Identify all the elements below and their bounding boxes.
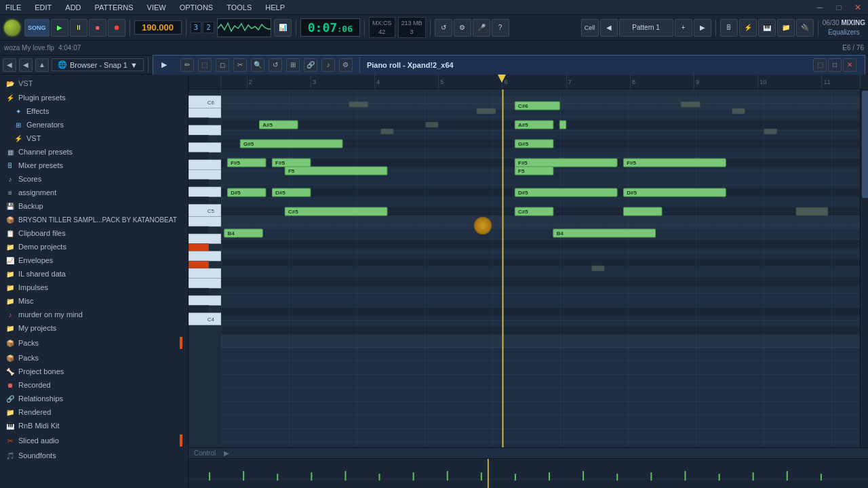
browser-btn[interactable]: 📁 <box>777 19 795 37</box>
spectrum-icon[interactable]: 📊 <box>274 19 292 37</box>
sidebar-item-mixer-presets[interactable]: 🎚 Mixer presets <box>0 159 188 172</box>
pause-btn[interactable]: ⏸ <box>70 19 87 37</box>
sidebar-item-backup[interactable]: 💾 Backup <box>0 199 188 213</box>
secondary-toolbar: ◀ ◀ ▲ 🌐 Browser - Snap 1 ▼ ▶ ✏ ⬚ ◻ ✂ 🔍 ↺… <box>0 56 868 75</box>
sidebar-item-vst[interactable]: ⚡ VST <box>0 131 188 145</box>
svg-rect-21 <box>189 261 209 268</box>
svg-rect-13 <box>189 197 209 204</box>
backup-icon: 💾 <box>5 201 15 211</box>
svg-rect-86 <box>349 102 368 107</box>
vertical-scrollbar[interactable] <box>860 89 868 447</box>
sidebar-item-clipboard[interactable]: 📋 Clipboard files <box>0 226 188 240</box>
menu-tools[interactable]: TOOLS <box>224 3 254 12</box>
menu-options[interactable]: OPTIONS <box>177 3 216 12</box>
sidebar-item-misc[interactable]: 📁 Misc <box>0 294 188 308</box>
pr-detach-btn[interactable]: ⬚ <box>813 58 827 72</box>
pattern-next-btn[interactable]: ▶ <box>694 19 711 37</box>
pr-zoom-btn[interactable]: 🔍 <box>251 58 264 72</box>
menu-patterns[interactable]: PATTERNS <box>92 3 136 12</box>
tempo-display[interactable]: 190.000 <box>134 20 182 35</box>
sidebar-item-recorded[interactable]: ⏺ Recorded <box>0 378 188 392</box>
timeline-ruler[interactable]: 2 3 4 5 6 7 8 9 10 11 <box>221 75 860 89</box>
pr-slice-btn[interactable]: ✂ <box>233 58 247 72</box>
close-btn[interactable]: ✕ <box>850 0 865 15</box>
mixer-btn[interactable]: 🎚 <box>720 19 738 37</box>
sidebar-item-il[interactable]: 📁 IL shared data <box>0 267 188 281</box>
menu-add[interactable]: ADD <box>62 3 83 12</box>
pr-erase-btn[interactable]: ◻ <box>216 58 229 72</box>
svg-rect-27 <box>189 313 221 325</box>
mic-btn[interactable]: 🎤 <box>473 19 490 37</box>
svg-rect-60 <box>285 207 387 216</box>
pr-undo-btn[interactable]: ↺ <box>269 58 282 72</box>
pattern-label[interactable]: Pattern 1 <box>619 19 673 37</box>
control-expand-btn[interactable]: ▶ <box>224 449 229 457</box>
timeline[interactable]: 2 3 4 5 6 7 8 9 10 11 <box>189 75 868 89</box>
sidebar-item-projectbones[interactable]: 🦴 Project bones <box>0 365 188 378</box>
misc-icon: 📁 <box>5 296 15 306</box>
sidebar-item-effects[interactable]: ✦ Effects <box>0 104 188 118</box>
pr-marker[interactable]: ▶ <box>161 60 167 69</box>
cell-mode-btn[interactable]: Cell <box>581 19 599 37</box>
pr-draw-btn[interactable]: ✏ <box>180 58 194 72</box>
help-btn[interactable]: ? <box>492 19 509 37</box>
control-panel: Control ▶ <box>189 447 868 488</box>
plugin-btn[interactable]: 🔌 <box>796 19 814 37</box>
sidebar-item-packs2[interactable]: 📦 Packs <box>0 351 188 365</box>
sidebar-item-bryson[interactable]: 📦 BRYSON TILLER SAMPL...PACK BY KATANOBE… <box>0 213 188 226</box>
sidebar-item-channel-presets[interactable]: ▦ Channel presets <box>0 145 188 159</box>
beat-counter1: 3 <box>191 22 202 33</box>
sidebar-item-rendered[interactable]: 📁 Rendered <box>0 405 188 419</box>
maximize-btn[interactable]: □ <box>831 0 846 15</box>
sidebar-item-packs1[interactable]: 📦 Packs <box>0 335 188 351</box>
channel-btn[interactable]: ⚡ <box>739 19 757 37</box>
pattern-add-btn[interactable]: + <box>675 19 692 37</box>
sidebar-item-demo[interactable]: 📁 Demo projects <box>0 240 188 253</box>
impulses-icon: 📁 <box>5 283 15 292</box>
sidebar-item-scores[interactable]: ♪ Scores <box>0 172 188 186</box>
menu-view[interactable]: VIEW <box>144 3 169 12</box>
sidebar-item-rnb[interactable]: 🎹 RnB Midi Kit <box>0 419 188 432</box>
minimize-btn[interactable]: ─ <box>812 0 827 15</box>
svg-text:D#5: D#5 <box>275 190 285 196</box>
pr-select-btn[interactable]: ⬚ <box>198 58 212 72</box>
sidebar-item-generators[interactable]: ⊞ Generators <box>0 118 188 131</box>
sidebar-item-sliced[interactable]: ✂ Sliced audio <box>0 432 188 449</box>
pattern-prev-btn[interactable]: ◀ <box>600 19 618 37</box>
sidebar-item-myprojects[interactable]: 📁 My projects <box>0 321 188 335</box>
browser-forward-btn[interactable]: ◀ <box>19 58 33 72</box>
sidebar-plugin-presets[interactable]: ⚡ Plugin presets <box>0 91 188 104</box>
stop-btn[interactable]: ■ <box>89 19 106 37</box>
browser-up-btn[interactable]: ▲ <box>35 58 49 72</box>
piano-btn[interactable]: 🎹 <box>758 19 776 37</box>
soundfonts-icon: 🎵 <box>5 451 15 460</box>
pr-settings-btn[interactable]: ⚙ <box>339 58 353 72</box>
sidebar-item-envelopes[interactable]: 📈 Envelopes <box>0 253 188 267</box>
menu-edit[interactable]: EDIT <box>32 3 54 12</box>
menu-help[interactable]: HELP <box>262 3 288 12</box>
pr-snap-btn[interactable]: ⊞ <box>286 58 300 72</box>
browser-back-btn[interactable]: ◀ <box>3 58 16 72</box>
pr-glue-btn[interactable]: 🔗 <box>304 58 317 72</box>
redo-btn[interactable]: ⚙ <box>454 19 471 37</box>
pr-maximize-btn[interactable]: □ <box>828 58 842 72</box>
pr-close-btn[interactable]: ✕ <box>843 58 856 72</box>
control-content[interactable] <box>189 459 868 488</box>
packs1-icon: 📦 <box>5 338 15 348</box>
record-btn[interactable]: ⏺ <box>108 19 125 37</box>
master-volume-knob[interactable] <box>3 18 22 37</box>
sidebar-item-assignment[interactable]: ≡ assignment <box>0 186 188 199</box>
song-mode-btn[interactable]: SONG <box>24 19 50 37</box>
sidebar-item-relationships[interactable]: 🔗 Relationships <box>0 392 188 405</box>
svg-rect-17 <box>189 226 209 234</box>
play-btn[interactable]: ▶ <box>51 19 68 37</box>
sidebar-item-impulses[interactable]: 📁 Impulses <box>0 281 188 294</box>
svg-rect-10 <box>189 169 221 180</box>
grid-area[interactable]: A#5 G#5 F#5 F#5 F5 D#5 D#5 <box>221 89 860 447</box>
sidebar-item-soundfonts[interactable]: 🎵 Soundfonts <box>0 449 188 462</box>
sidebar-item-murder[interactable]: ♪ murder on my mind <box>0 308 188 321</box>
undo-btn[interactable]: ↺ <box>435 19 452 37</box>
pr-strum-btn[interactable]: ♪ <box>321 58 335 72</box>
svg-text:D#5: D#5 <box>518 190 528 196</box>
menu-file[interactable]: FILE <box>3 3 24 12</box>
